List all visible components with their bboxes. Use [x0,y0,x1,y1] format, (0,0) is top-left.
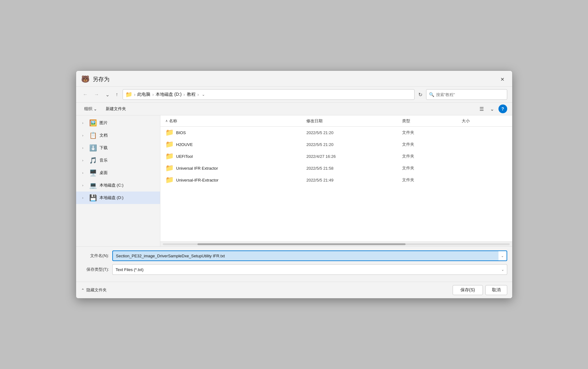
local-d-icon: 💾 [89,194,97,201]
sidebar-item-label: 文档 [100,133,108,138]
file-date: 2022/5/5 21:49 [304,178,400,182]
local-c-icon: 💻 [89,182,97,189]
breadcrumb-dropdown-icon: ⌄ [202,92,205,97]
search-input[interactable] [436,92,504,97]
table-row[interactable]: 📁 Universal IFR Extractor 2022/5/5 21:58… [160,162,512,174]
dialog-title: 另存为 [93,75,495,83]
refresh-button[interactable]: ↻ [417,90,424,99]
sidebar-item-label: 桌面 [100,170,108,176]
expand-icon: › [82,134,87,137]
filetype-row: 保存类型(T): Text Files (*.txt) ⌄ [81,264,507,275]
file-type: 文件夹 [400,153,459,159]
file-pane: ∧ 名称 修改日期 类型 大小 📁 BIOS 2022/5/5 21:20 文件… [160,115,512,246]
sidebar-item-local-d[interactable]: › 💾 本地磁盘 (D:) [76,192,160,204]
nav-toolbar: ← → ⌄ ↑ 📁 › 此电脑 › 本地磁盘 (D:) › 教程 › ⌄ ↻ 🔍 [76,87,512,103]
scrollbar-track [163,243,510,245]
folder-icon: 📁 [165,129,174,137]
file-type: 文件夹 [400,165,459,171]
filetype-wrapper: Text Files (*.txt) ⌄ [112,264,507,275]
back-button[interactable]: ← [81,90,90,99]
horizontal-scrollbar[interactable] [160,241,512,246]
file-date: 2022/5/5 21:20 [304,130,400,135]
filename-input-wrapper: ⌄ [112,250,507,261]
view-menu-button[interactable]: ☰ [478,105,486,113]
col-header-name[interactable]: ∧ 名称 [163,118,304,124]
main-content: › 🖼️ 图片 › 📋 文档 › ⬇️ 下载 › 🎵 音乐 › 🖥️ [76,115,512,246]
sidebar-item-pictures[interactable]: › 🖼️ 图片 [76,117,160,129]
col-header-type[interactable]: 类型 [400,118,459,124]
expand-icon: › [82,196,87,200]
search-bar: 🔍 [426,89,507,100]
sidebar-item-label: 本地磁盘 (D:) [100,195,124,201]
folder-icon: 📁 [165,140,174,148]
view-dropdown-button[interactable]: ⌄ [488,105,496,113]
folder-icon: 📁 [165,152,174,160]
file-name: UEFITool [176,154,302,159]
title-bar: 🐻 另存为 ✕ [76,71,512,87]
dropdown-history-button[interactable]: ⌄ [104,90,111,99]
music-icon: 🎵 [89,157,97,164]
pictures-icon: 🖼️ [89,119,97,127]
expand-icon: › [82,171,87,175]
breadcrumb-tutorial[interactable]: 教程 [187,92,196,97]
filename-input[interactable] [112,250,498,261]
desktop-icon: 🖥️ [89,169,97,177]
sidebar-item-desktop[interactable]: › 🖥️ 桌面 [76,167,160,179]
sidebar-item-documents[interactable]: › 📋 文档 [76,129,160,142]
new-folder-label: 新建文件夹 [106,106,126,112]
cancel-button[interactable]: 取消 [485,285,507,295]
scrollbar-thumb [197,243,406,245]
new-folder-button[interactable]: 新建文件夹 [103,105,129,113]
breadcrumb-local-d[interactable]: 本地磁盘 (D:) [156,92,182,97]
filename-label: 文件名(N): [81,253,112,259]
expand-icon: › [82,158,87,162]
organize-button[interactable]: 组织 ⌄ [81,105,100,113]
save-button[interactable]: 保存(S) [453,285,483,295]
up-button[interactable]: ↑ [114,90,120,99]
organize-label: 组织 [84,106,92,112]
col-header-size[interactable]: 大小 [459,118,510,124]
file-header: ∧ 名称 修改日期 类型 大小 [160,115,512,127]
hide-folders-icon: ⌃ [81,288,85,293]
filetype-label: 保存类型(T): [81,267,112,272]
sidebar-item-label: 音乐 [100,158,108,163]
sidebar-item-downloads[interactable]: › ⬇️ 下载 [76,142,160,154]
file-date: 2022/4/27 16:26 [304,154,400,159]
filetype-display: Text Files (*.txt) [112,264,498,275]
save-as-dialog: 🐻 另存为 ✕ ← → ⌄ ↑ 📁 › 此电脑 › 本地磁盘 (D:) › 教程… [76,70,513,299]
folder-icon: 📁 [165,164,174,172]
action-bar: 组织 ⌄ 新建文件夹 ☰ ⌄ ? [76,103,512,115]
expand-icon: › [82,146,87,150]
sidebar-item-label: 本地磁盘 (C:) [100,182,124,188]
filetype-dropdown-button[interactable]: ⌄ [498,264,507,275]
sort-icon: ∧ [165,119,168,123]
table-row[interactable]: 📁 UEFITool 2022/4/27 16:26 文件夹 [160,150,512,162]
hide-folders-label: 隐藏文件夹 [86,287,107,293]
app-icon: 🐻 [81,75,90,83]
filename-dropdown-button[interactable]: ⌄ [498,250,507,261]
hide-folders-button[interactable]: ⌃ 隐藏文件夹 [81,287,107,293]
breadcrumb-bar: 📁 › 此电脑 › 本地磁盘 (D:) › 教程 › ⌄ [123,89,415,100]
file-date: 2022/5/5 21:20 [304,142,400,147]
file-type: 文件夹 [400,130,459,135]
folder-icon: 📁 [165,176,174,184]
expand-icon: › [82,121,87,125]
close-button[interactable]: ✕ [498,75,507,84]
file-type: 文件夹 [400,177,459,183]
organize-dropdown-icon: ⌄ [94,107,97,111]
col-header-date[interactable]: 修改日期 [304,118,400,124]
file-name: Universal-IFR-Extractor [176,178,302,182]
table-row[interactable]: 📁 H2OUVE 2022/5/5 21:20 文件夹 [160,138,512,150]
file-name: Universal IFR Extractor [176,166,302,171]
table-row[interactable]: 📁 Universal-IFR-Extractor 2022/5/5 21:49… [160,174,512,186]
breadcrumb-this-pc[interactable]: 此电脑 [137,92,150,97]
sidebar-item-local-c[interactable]: › 💻 本地磁盘 (C:) [76,179,160,192]
documents-icon: 📋 [89,132,97,139]
file-list: 📁 BIOS 2022/5/5 21:20 文件夹 📁 H2OUVE 2022/… [160,127,512,241]
downloads-icon: ⬇️ [89,144,97,152]
sidebar: › 🖼️ 图片 › 📋 文档 › ⬇️ 下载 › 🎵 音乐 › 🖥️ [76,115,160,246]
table-row[interactable]: 📁 BIOS 2022/5/5 21:20 文件夹 [160,127,512,138]
forward-button[interactable]: → [92,90,101,99]
sidebar-item-music[interactable]: › 🎵 音乐 [76,154,160,167]
help-button[interactable]: ? [498,104,507,113]
